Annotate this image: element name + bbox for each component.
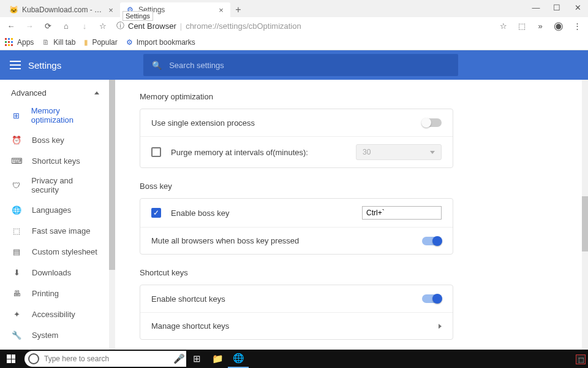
chevron-down-icon — [430, 151, 435, 154]
bookmark-popular[interactable]: ▮ Popular — [84, 38, 117, 47]
sidebar-item-memory[interactable]: ⊞Memory optimization — [0, 101, 110, 129]
boss-key-field[interactable] — [362, 206, 442, 220]
bookmark-apps[interactable]: Apps — [5, 38, 34, 47]
address-bar[interactable]: ⓘ Cent Browser | chrome://settings/cbOpt… — [114, 20, 492, 31]
minimize-button[interactable]: — — [526, 0, 546, 15]
row-label: Enable shortcut keys — [151, 294, 225, 304]
folder-icon: ▮ — [84, 38, 88, 47]
image-icon: ⬚ — [11, 225, 22, 236]
reload-button[interactable]: ⟳ — [40, 18, 55, 33]
bookmark-killtab[interactable]: 🗎 Kill tab — [42, 38, 75, 47]
row-enable-shortcut[interactable]: Enable shortcut keys — [140, 285, 453, 312]
close-icon[interactable]: × — [217, 6, 225, 14]
sidebar-item-system[interactable]: 🔧System — [0, 324, 110, 345]
star-button[interactable]: ☆ — [96, 18, 110, 33]
sidebar-item-accessibility[interactable]: ✦Accessibility — [0, 304, 110, 324]
close-window-button[interactable]: ✕ — [567, 0, 588, 15]
bookmark-star-button[interactable]: ☆ — [496, 18, 511, 33]
shield-icon: 🛡 — [11, 180, 21, 191]
main-area: Advanced ⊞Memory optimization ⏰Boss key … — [0, 80, 588, 363]
menu-button[interactable]: ⋮ — [570, 18, 584, 33]
dropdown-value: 30 — [363, 148, 371, 156]
bookmark-import[interactable]: ⚙ Import bookmarks — [126, 38, 195, 47]
chevron-button[interactable]: » — [533, 18, 548, 33]
row-enable-boss: ✓ Enable boss key — [140, 199, 453, 227]
sidebar-item-boss[interactable]: ⏰Boss key — [0, 129, 110, 150]
sidebar-item-stylesheet[interactable]: ▤Custom stylesheet — [0, 241, 110, 262]
qr-button[interactable]: ⬚ — [514, 18, 529, 33]
chevron-up-icon — [94, 91, 99, 94]
sidebar-item-languages[interactable]: 🌐Languages — [0, 199, 110, 220]
sidebar-item-printing[interactable]: 🖶Printing — [0, 283, 110, 304]
taskbar-search[interactable]: Type here to search — [24, 351, 172, 367]
omnibox-path: chrome://settings/cbOptimization — [186, 21, 301, 31]
content-scrollbar-track[interactable] — [582, 80, 588, 363]
dropdown-interval[interactable]: 30 — [356, 144, 442, 160]
sidebar-scrollbar-thumb[interactable] — [109, 80, 115, 270]
search-icon: 🔍 — [152, 61, 162, 70]
toggle-mute[interactable] — [422, 237, 442, 245]
keyboard-icon: ⌨ — [11, 155, 22, 166]
download-icon: ⬇ — [11, 267, 22, 278]
mic-icon[interactable]: 🎤 — [172, 351, 186, 367]
row-mute-browsers[interactable]: Mute all browsers when boss key pressed — [140, 227, 453, 254]
row-manage-shortcut[interactable]: Manage shortcut keys — [140, 312, 453, 339]
download-button[interactable]: ↓ — [77, 18, 92, 33]
content-scrollbar-thumb[interactable] — [582, 196, 588, 251]
sidebar-item-label: System — [32, 331, 58, 340]
row-single-extension[interactable]: Use single extension process — [140, 109, 453, 136]
explorer-button[interactable]: 📁 — [207, 350, 228, 368]
sidebar-item-label: Downloads — [32, 268, 71, 277]
tray-icon[interactable]: ⬚ — [576, 355, 586, 364]
search-input[interactable] — [169, 61, 450, 70]
card-boss: ✓ Enable boss key Mute all browsers when… — [140, 198, 453, 255]
sidebar-item-label: Fast save image — [32, 226, 90, 236]
checkbox-purge[interactable] — [151, 147, 161, 157]
new-tab-button[interactable]: + — [230, 2, 246, 17]
bookmark-label: Import bookmarks — [137, 38, 195, 47]
content-area: Memory optimization Use single extension… — [115, 80, 588, 363]
sidebar-scrollbar-track[interactable] — [109, 80, 115, 363]
browser-button[interactable]: 🌐 — [228, 350, 249, 368]
card-memory: Use single extension process Purge memor… — [140, 109, 453, 168]
taskview-button[interactable]: ⊞ — [186, 350, 207, 368]
sidebar-item-label: Languages — [32, 205, 71, 215]
card-shortcut: Enable shortcut keys Manage shortcut key… — [140, 285, 453, 340]
row-label: Use single extension process — [151, 118, 255, 128]
toggle-shortcut[interactable] — [422, 294, 442, 303]
section-title-memory: Memory optimization — [140, 92, 453, 101]
checkbox-enable-boss[interactable]: ✓ — [151, 208, 161, 218]
search-placeholder: Type here to search — [44, 355, 109, 363]
sidebar-item-label: Accessibility — [32, 310, 75, 319]
maximize-button[interactable]: ☐ — [546, 0, 567, 15]
accessibility-icon: ✦ — [11, 309, 22, 320]
sidebar-item-fastsave[interactable]: ⬚Fast save image — [0, 220, 110, 241]
tab-tooltip: Settings — [123, 11, 153, 21]
chip-icon: ⊞ — [11, 110, 21, 121]
profile-button[interactable]: ◉ — [551, 18, 566, 33]
back-button[interactable]: ← — [4, 18, 18, 33]
start-button[interactable] — [0, 350, 22, 368]
sidebar-item-privacy[interactable]: 🛡Privacy and security — [0, 171, 110, 199]
settings-search[interactable]: 🔍 — [143, 54, 458, 76]
close-icon[interactable]: × — [107, 6, 115, 14]
nav-toolbar: ← → ⟳ ⌂ ↓ ☆ ⓘ Cent Browser | chrome://se… — [0, 17, 588, 34]
home-button[interactable]: ⌂ — [59, 18, 74, 33]
sidebar-item-shortcut[interactable]: ⌨Shortcut keys — [0, 150, 110, 171]
favicon-icon: 🐱 — [9, 5, 18, 15]
tab-kuba[interactable]: 🐱 KubaDownload.com - downloa × — [4, 2, 120, 17]
section-title-shortcut: Shortcut keys — [140, 268, 453, 277]
hamburger-button[interactable] — [9, 58, 22, 72]
toggle-single-extension[interactable] — [422, 118, 442, 127]
row-label: Mute all browsers when boss key pressed — [151, 236, 299, 245]
omnibox-sep: | — [180, 21, 182, 31]
row-label: Enable boss key — [171, 209, 229, 218]
bookmarks-bar: Apps 🗎 Kill tab ▮ Popular ⚙ Import bookm… — [0, 34, 588, 50]
chevron-right-icon — [439, 324, 442, 329]
sidebar-section-advanced[interactable]: Advanced — [0, 85, 110, 101]
forward-button[interactable]: → — [22, 18, 37, 33]
titlebar: 🐱 KubaDownload.com - downloa × ⚙ Setting… — [0, 0, 588, 17]
sidebar-item-downloads[interactable]: ⬇Downloads — [0, 262, 110, 283]
tab-title: KubaDownload.com - downloa — [22, 6, 103, 14]
sidebar-item-label: Privacy and security — [31, 176, 99, 194]
